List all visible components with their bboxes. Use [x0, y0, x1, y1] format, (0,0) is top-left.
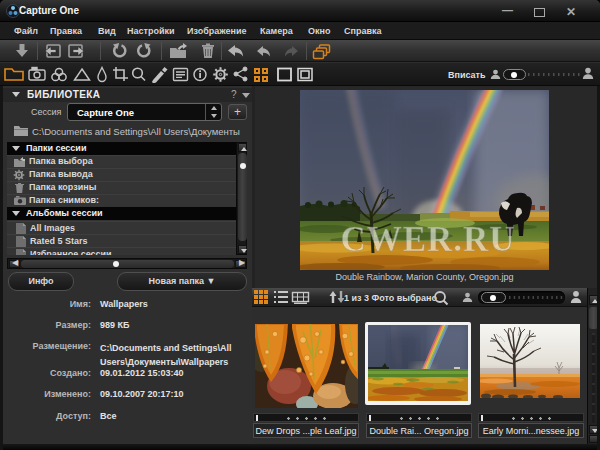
svg-text:CWER.RU: CWER.RU	[340, 220, 515, 259]
